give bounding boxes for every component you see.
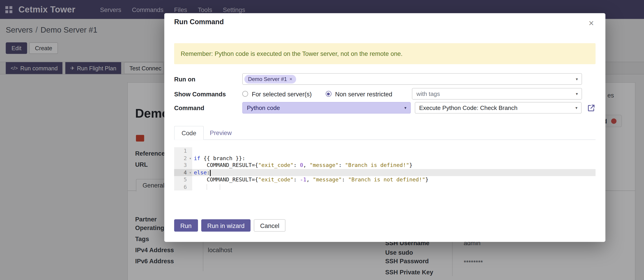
code-line[interactable]: COMMAND_RESULT={"exit_code": -1, "messag… <box>192 176 596 183</box>
fold-arrow-icon[interactable]: ▾ <box>189 169 192 176</box>
indent-guide <box>220 184 220 190</box>
run-on-row: Run on Demo Server #1 × ▾ <box>174 73 596 85</box>
code-editor[interactable]: 12▾34▾56 if {{ branch }}: COMMAND_RESULT… <box>174 147 596 190</box>
gutter-line-number[interactable]: 5 <box>174 176 192 183</box>
editor-code[interactable]: if {{ branch }}: COMMAND_RESULT={"exit_c… <box>192 147 596 190</box>
modal-header: Run Command × <box>164 13 606 32</box>
show-commands-label: Show Commands <box>174 90 242 97</box>
command-row: Command Python code ▾ Execute Python Cod… <box>174 102 596 113</box>
code-line[interactable]: else: <box>192 169 596 176</box>
fold-arrow-icon[interactable]: ▾ <box>189 155 192 162</box>
run-button[interactable]: Run <box>174 219 198 232</box>
chevron-down-icon: ▾ <box>575 106 578 110</box>
command-type-select[interactable]: Python code ▾ <box>242 102 410 113</box>
command-select[interactable]: Execute Python Code: Check Branch ▾ <box>414 102 582 113</box>
modal-footer: Run Run in wizard Cancel <box>174 219 286 232</box>
code-line[interactable]: if {{ branch }}: <box>192 155 596 162</box>
chevron-down-icon: ▾ <box>576 77 578 81</box>
gutter-line-number[interactable]: 2▾ <box>174 155 192 162</box>
server-tag-chip[interactable]: Demo Server #1 × <box>244 75 296 83</box>
run-on-field[interactable]: Demo Server #1 × ▾ <box>242 73 582 85</box>
show-commands-radios: For selected server(s) Non server restri… <box>242 90 392 97</box>
command-type-value: Python code <box>247 104 280 111</box>
gutter-line-number[interactable]: 3 <box>174 162 192 169</box>
text-cursor <box>210 170 211 176</box>
with-tags-select[interactable]: with tags ▾ <box>412 88 582 99</box>
cancel-button[interactable]: Cancel <box>254 219 286 232</box>
modal-tabs: Code Preview <box>174 126 596 140</box>
radio-for-selected-servers[interactable] <box>242 91 248 97</box>
radio-for-selected-servers-label[interactable]: For selected server(s) <box>252 90 312 97</box>
editor-gutter: 12▾34▾56 <box>174 147 192 190</box>
gutter-line-number[interactable]: 1 <box>174 147 192 155</box>
tab-code[interactable]: Code <box>174 126 204 140</box>
run-on-label: Run on <box>174 76 242 83</box>
code-line[interactable] <box>192 183 596 190</box>
gutter-line-number[interactable]: 4▾ <box>174 169 192 176</box>
show-commands-row: Show Commands For selected server(s) Non… <box>174 88 596 99</box>
screen: Cetmix Tower Servers Commands Files Tool… <box>0 0 644 280</box>
command-label: Command <box>174 104 242 111</box>
modal-body: Remember: Python code is executed on the… <box>164 43 606 190</box>
run-in-wizard-button[interactable]: Run in wizard <box>201 219 251 232</box>
run-command-dialog: Run Command × Remember: Python code is e… <box>164 13 606 242</box>
tab-preview[interactable]: Preview <box>204 126 238 139</box>
chevron-down-icon: ▾ <box>404 106 406 110</box>
chip-remove-icon[interactable]: × <box>290 76 292 82</box>
gutter-line-number[interactable]: 6 <box>174 183 192 190</box>
external-link-icon[interactable] <box>587 103 596 112</box>
server-tag-label: Demo Server #1 <box>248 76 287 82</box>
with-tags-placeholder: with tags <box>416 90 440 97</box>
radio-non-server-restricted-label[interactable]: Non server restricted <box>335 90 392 97</box>
code-line[interactable] <box>192 147 596 155</box>
indent-guide <box>206 184 207 190</box>
python-warning-alert: Remember: Python code is executed on the… <box>174 43 596 64</box>
radio-non-server-restricted[interactable] <box>326 91 331 97</box>
chevron-down-icon: ▾ <box>576 92 578 96</box>
modal-title: Run Command <box>174 18 224 26</box>
command-value: Execute Python Code: Check Branch <box>419 104 517 111</box>
code-line[interactable]: COMMAND_RESULT={"exit_code": 0, "message… <box>192 162 596 169</box>
close-icon[interactable]: × <box>587 18 596 29</box>
